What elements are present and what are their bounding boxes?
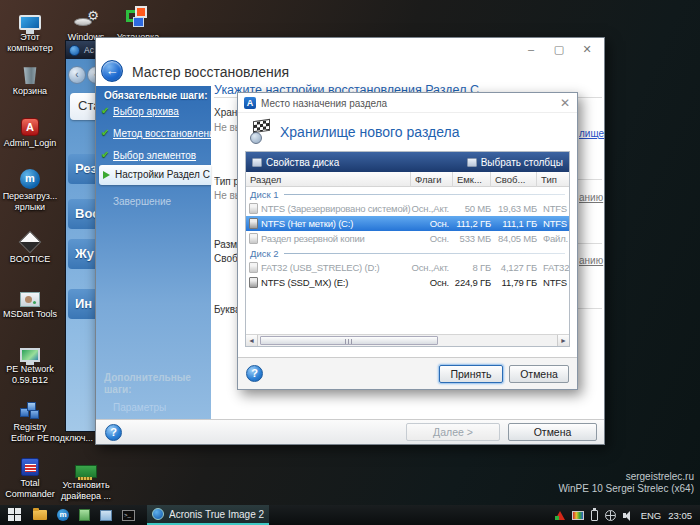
icon-label: MSDart Tools (2, 309, 58, 320)
column-capacity[interactable]: Емк... (453, 172, 491, 187)
close-button[interactable]: ✕ (576, 43, 598, 57)
column-free[interactable]: Своб... (491, 172, 537, 187)
maximize-button[interactable]: ▢ (548, 43, 570, 57)
start-button[interactable] (8, 508, 23, 522)
desktop-icon-bootice[interactable]: BOOTICE (2, 226, 58, 265)
disk-group-header: Диск 2 (246, 246, 569, 260)
icon-label: Установить драйвера ... (58, 480, 114, 501)
next-button[interactable]: Далее > (406, 423, 500, 441)
desktop-icon-pe-network[interactable]: PE Network 0.59.B12 (2, 336, 58, 385)
scrollbar-thumb[interactable] (260, 336, 438, 345)
desktop-icon-msdart[interactable]: MSDart Tools (2, 281, 58, 320)
setup-squares-icon (110, 4, 166, 30)
partition-icon (249, 218, 258, 229)
column-type[interactable]: Тип (537, 172, 569, 187)
step-item-selection[interactable]: ✔ Выбор элементов (96, 149, 211, 165)
step-archive-selection[interactable]: ✔ Выбор архива (96, 105, 211, 121)
partition-icon (249, 277, 258, 288)
icon-label: Admin_Login (2, 138, 58, 149)
table-row-backup-partition[interactable]: Раздел резервной копии Осн. 533 МБ 84,05… (246, 231, 569, 246)
msdart-icon (2, 281, 58, 307)
disk-group-header: Диск 1 (246, 187, 569, 201)
recycle-bin-icon (2, 58, 58, 84)
table-row-partition-e[interactable]: NTFS (SSD_MX) (E:) Осн. 224,9 ГБ 11,79 Г… (246, 275, 569, 290)
driver-card-icon (58, 452, 114, 478)
wizard-footer: ? Далее > Отмена (96, 419, 604, 444)
display-color-icon[interactable] (572, 511, 584, 520)
dialog-cancel-button[interactable]: Отмена (509, 365, 569, 383)
optional-steps-header: Дополнительные шаги: (104, 372, 204, 396)
scroll-left-icon[interactable]: ◄ (246, 335, 258, 346)
help-icon[interactable]: ? (246, 365, 263, 382)
notes-icon[interactable] (79, 509, 90, 521)
window-app-icon[interactable] (100, 510, 112, 521)
tray-app-icon[interactable] (555, 511, 565, 520)
registry-cubes-icon (2, 394, 58, 420)
partition-destination-dialog: A Место назначения раздела ✕ Хранилище н… (237, 92, 578, 390)
computer-icon (2, 4, 58, 30)
current-step-arrow-icon (103, 171, 110, 179)
desktop-icon-restart-shortcuts[interactable]: m Перезагруз... ярлыки (2, 163, 58, 212)
admin-login-icon: A (2, 110, 58, 136)
watermark-build: WinPE 10 Sergei Strelec (x64) (558, 483, 694, 495)
link-default-fragment[interactable]: анию (579, 255, 605, 266)
icon-label: PE Network 0.59.B12 (2, 364, 58, 385)
column-flags[interactable]: Флаги (411, 172, 453, 187)
minimize-button[interactable]: – (520, 43, 542, 57)
scroll-right-icon[interactable]: ► (557, 335, 569, 346)
link-default-fragment[interactable]: анию (579, 192, 605, 203)
check-icon: ✔ (101, 149, 109, 160)
disk-properties-button[interactable]: Свойства диска (252, 157, 339, 168)
wizard-cancel-button[interactable]: Отмена (508, 423, 597, 441)
m-circle-icon: m (2, 163, 58, 189)
step-partition-c-settings-current[interactable]: Настройки Раздел C (99, 165, 211, 185)
choose-columns-button[interactable]: Выбрать столбцы (467, 157, 563, 168)
file-explorer-icon[interactable] (33, 510, 47, 520)
dialog-heading: Хранилище нового раздела (280, 124, 460, 140)
desktop-icon-label-connect[interactable]: подключ... (50, 433, 96, 444)
desktop-icon-recycle-bin[interactable]: Корзина (2, 58, 58, 97)
table-header: Раздел Флаги Емк... Своб... Тип (246, 172, 569, 187)
acronis-task-icon (152, 508, 164, 520)
table-row-partition-f[interactable]: NTFS (Зарезервировано системой) (F:) Осн… (246, 201, 569, 216)
usb-icon[interactable] (591, 510, 598, 521)
speaker-icon[interactable] (623, 510, 634, 521)
check-icon: ✔ (101, 105, 109, 116)
icon-label: Total Commander (2, 478, 58, 499)
link-new-storage-fragment[interactable]: лище (579, 128, 605, 139)
nav-back-icon[interactable]: ‹ (68, 66, 86, 84)
icon-label: Этот компьютер (2, 32, 58, 53)
network-globe-icon[interactable] (605, 510, 616, 521)
dialog-close-icon[interactable]: ✕ (560, 96, 570, 110)
group-rule (284, 253, 565, 254)
dialog-titlebar: A Место назначения раздела ✕ (238, 93, 577, 113)
icon-label: BOOTICE (2, 254, 58, 265)
taskbar-task-acronis[interactable]: Acronis True Image 2... (147, 505, 269, 525)
wizard-back-button[interactable]: ← (101, 60, 123, 82)
column-partition[interactable]: Раздел (246, 172, 411, 187)
accept-button[interactable]: Принять (439, 365, 503, 383)
system-tray: ENG 23:05 (555, 510, 700, 521)
taskbar: m >_ Acronis True Image 2... ENG 23:05 (0, 505, 700, 525)
dialog-title: Место назначения раздела (261, 98, 387, 109)
partition-icon (249, 203, 258, 214)
choose-columns-icon (467, 158, 477, 167)
step-options: Параметры (113, 402, 166, 413)
desktop-icon-this-computer[interactable]: Этот компьютер (2, 4, 58, 53)
desktop-icon-install-drivers[interactable]: Установить драйвера ... (58, 452, 114, 501)
desktop-icon-total-commander[interactable]: Total Commander (2, 450, 58, 499)
command-prompt-icon[interactable]: >_ (122, 510, 135, 521)
partition-icon (249, 262, 258, 273)
language-indicator[interactable]: ENG (641, 510, 662, 521)
table-row-partition-d[interactable]: FAT32 (USB_STRELEC) (D:) Осн.,Акт. 8 ГБ … (246, 260, 569, 275)
checkered-flag-icon (250, 120, 274, 144)
table-row-partition-c-selected[interactable]: NTFS (Нет метки) (C:) Осн. 111,2 ГБ 111,… (246, 216, 569, 231)
dialog-footer: ? Принять Отмена (238, 357, 577, 389)
step-recovery-method[interactable]: ✔ Метод восстановления (96, 127, 211, 143)
floppy-icon (2, 450, 58, 476)
taskbar-m-icon[interactable]: m (57, 509, 69, 521)
desktop-icon-admin-login[interactable]: A Admin_Login (2, 110, 58, 149)
horizontal-scrollbar[interactable]: ◄ ► (246, 334, 569, 346)
help-icon[interactable]: ? (105, 424, 122, 441)
clock[interactable]: 23:05 (668, 510, 692, 521)
